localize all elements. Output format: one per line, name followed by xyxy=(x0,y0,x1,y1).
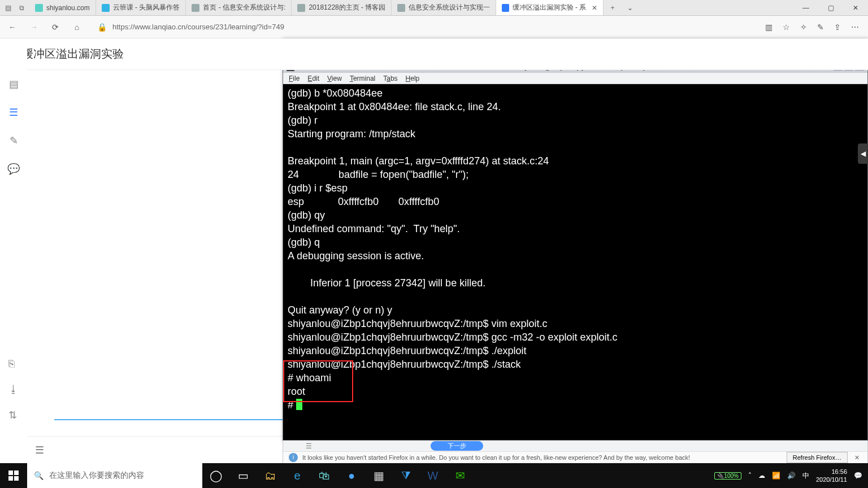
address-bar[interactable]: 🔒 https://www.lanqiao.cn/courses/231/lea… xyxy=(92,20,757,34)
firefox-notification: i It looks like you haven't started Fire… xyxy=(283,451,867,463)
start-button[interactable] xyxy=(0,463,27,488)
network-icon[interactable]: 📶 xyxy=(772,472,780,480)
browser-tab[interactable]: 云班课 - 头脑风暴作答 xyxy=(96,0,186,15)
menu-edit[interactable]: Edit xyxy=(307,75,319,82)
app-icon[interactable]: ▦ xyxy=(365,463,392,488)
close-button[interactable]: ✕ xyxy=(843,4,868,12)
nav-toc-icon[interactable]: ▤ xyxy=(9,78,19,90)
browser-tab[interactable]: shiyanlou.com xyxy=(29,0,96,15)
notes-icon[interactable]: ✎ xyxy=(817,23,824,32)
search-icon: 🔍 xyxy=(34,471,44,480)
edge-sys-icon[interactable]: ▤ xyxy=(3,3,12,12)
vscode-icon[interactable]: ⧩ xyxy=(392,463,419,488)
nav-feedback-icon[interactable]: ⎘ xyxy=(8,358,19,370)
info-icon: i xyxy=(289,453,298,462)
vm-window: 缓冲区溢出漏洞实验 - 缓冲区溢出漏洞实验 - 蓝桥 - Mozilla Fir… xyxy=(283,38,868,442)
terminal-window: Terminal - shiyanlou@iZbp1chqvj8ehruurbw… xyxy=(283,60,868,441)
menu-tabs[interactable]: Tabs xyxy=(383,75,397,82)
nav-chat-icon[interactable]: 💬 xyxy=(7,163,20,175)
new-tab-button[interactable]: ＋ xyxy=(604,3,622,12)
terminal-body[interactable]: (gdb) b *0x080484ee Breakpoint 1 at 0x80… xyxy=(283,84,867,440)
wechat-icon[interactable]: ✉ xyxy=(446,463,474,488)
menu-terminal[interactable]: Terminal xyxy=(350,75,375,82)
close-icon[interactable]: ✕ xyxy=(592,4,597,12)
terminal-menubar: File Edit View Terminal Tabs Help xyxy=(283,73,867,84)
settings-icon[interactable]: ⋯ xyxy=(851,23,859,32)
dismiss-notification[interactable]: ✕ xyxy=(852,454,862,461)
taskbar-clock[interactable]: 16:562020/10/11 xyxy=(816,468,847,483)
refresh-button[interactable]: ⟳ xyxy=(49,23,62,32)
nav-edit-icon[interactable]: ✎ xyxy=(10,134,18,147)
menu-file[interactable]: File xyxy=(289,75,300,82)
windows-search[interactable]: 🔍 在这里输入你要搜索的内容 xyxy=(27,463,202,488)
ime-indicator[interactable]: 中 xyxy=(802,471,809,481)
next-step-button[interactable]: 下一步 xyxy=(431,441,483,451)
favorite-icon[interactable]: ☆ xyxy=(783,23,790,32)
word-icon[interactable]: W xyxy=(419,463,446,488)
browser-tab-strip: ▤ ⧉ shiyanlou.com 云班课 - 头脑风暴作答 首页 - 信息安全… xyxy=(0,0,868,16)
cloud-icon[interactable]: ☁ xyxy=(758,472,765,480)
app-icon[interactable]: ● xyxy=(338,463,365,488)
course-header: ⌂ 缓冲区溢出漏洞实验 xyxy=(0,38,868,70)
favorites-bar-icon[interactable]: ✧ xyxy=(800,23,807,32)
taskbar-app[interactable]: ▭ xyxy=(229,463,257,488)
windows-taskbar: 🔍 在这里输入你要搜索的内容 ◯ ▭ 🗂 e 🛍 ● ▦ ⧩ W ✉ 🔌100%… xyxy=(0,463,868,488)
tray-chevron-icon[interactable]: ˄ xyxy=(748,472,752,480)
nav-more-icon[interactable]: ⇅ xyxy=(8,409,19,421)
minimize-button[interactable]: — xyxy=(793,4,818,12)
collapse-side-tab[interactable]: ◀ xyxy=(858,143,868,164)
file-explorer-icon[interactable]: 🗂 xyxy=(257,463,284,488)
system-tray: 🔌100% ˄ ☁ 📶 🔊 中 16:562020/10/11 💬 xyxy=(714,463,868,488)
home-button[interactable]: ⌂ xyxy=(70,23,84,32)
steps-icon[interactable]: ☰ xyxy=(306,442,312,450)
lock-icon: 🔒 xyxy=(97,23,107,32)
maximize-button[interactable]: ▢ xyxy=(818,4,843,12)
reader-icon[interactable]: ▥ xyxy=(765,23,772,32)
task-view-icon[interactable]: ◯ xyxy=(202,463,229,488)
firefox-bottom: ☰ 下一步 i It looks like you haven't starte… xyxy=(283,441,868,464)
course-title: 缓冲区溢出漏洞实验 xyxy=(22,46,124,62)
share-icon[interactable]: ⇪ xyxy=(834,23,841,32)
browser-tab-active[interactable]: 缓冲区溢出漏洞实验 - 系✕ xyxy=(496,0,604,15)
notifications-icon[interactable]: 💬 xyxy=(854,472,862,480)
store-icon[interactable]: 🛍 xyxy=(311,463,338,488)
edge-sys-icon[interactable]: ⧉ xyxy=(17,3,26,12)
menu-view[interactable]: View xyxy=(327,75,342,82)
refresh-firefox-button[interactable]: Refresh Firefox… xyxy=(787,452,848,463)
nav-download-icon[interactable]: ⭳ xyxy=(8,384,19,395)
browser-tab[interactable]: 首页 - 信息安全系统设计与: xyxy=(186,0,292,15)
url-text: https://www.lanqiao.cn/courses/231/learn… xyxy=(112,23,284,31)
browser-toolbar: ← → ⟳ ⌂ 🔒 https://www.lanqiao.cn/courses… xyxy=(0,16,868,38)
forward-button[interactable]: → xyxy=(27,23,41,32)
browser-tab[interactable]: 20181228的主页 - 博客园 xyxy=(292,0,392,15)
left-nav-rail: ▤ ☰ ✎ 💬 ⎘ ⭳ ⇅ xyxy=(0,38,27,463)
terminal-cursor xyxy=(296,399,302,410)
battery-indicator[interactable]: 🔌100% xyxy=(714,472,741,480)
back-button[interactable]: ← xyxy=(6,23,19,32)
volume-icon[interactable]: 🔊 xyxy=(787,472,796,480)
browser-tab[interactable]: 信息安全系统设计与实现一 xyxy=(392,0,496,15)
menu-help[interactable]: Help xyxy=(406,75,420,82)
tab-dropdown[interactable]: ⌄ xyxy=(622,4,639,12)
footer-menu-icon[interactable]: ☰ xyxy=(35,444,44,456)
nav-steps-icon[interactable]: ☰ xyxy=(9,106,18,119)
edge-icon[interactable]: e xyxy=(284,463,311,488)
